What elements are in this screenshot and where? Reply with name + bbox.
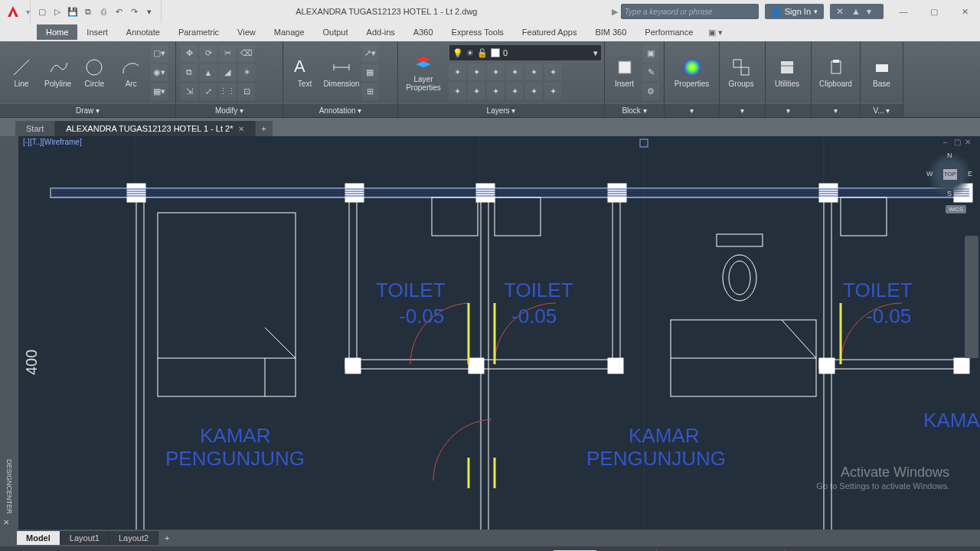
viewcube[interactable]: TOP N S E W bbox=[926, 152, 972, 197]
clipboard-button[interactable]: Clipboard bbox=[816, 57, 855, 88]
explode-icon[interactable]: ✶ bbox=[238, 64, 255, 81]
arc-button[interactable]: Arc bbox=[114, 57, 148, 88]
app-logo[interactable] bbox=[5, 3, 21, 20]
layout-new-button[interactable]: + bbox=[158, 533, 175, 543]
viewcube-s[interactable]: S bbox=[947, 190, 952, 197]
base-button[interactable]: Base bbox=[865, 57, 898, 88]
groups-button[interactable]: Groups bbox=[724, 57, 758, 88]
file-tab-active[interactable]: ALEXANDRA TUGAS12123 HOTEL 1 - Lt 2* ✕ bbox=[55, 121, 255, 136]
layer-tool-4[interactable]: ✦ bbox=[506, 64, 523, 80]
tab-express[interactable]: Express Tools bbox=[443, 24, 513, 40]
tab-a360[interactable]: A360 bbox=[404, 24, 443, 40]
layer-tool-8[interactable]: ✦ bbox=[468, 83, 485, 99]
tab-featured[interactable]: Featured Apps bbox=[513, 24, 586, 40]
minimize-button[interactable]: — bbox=[888, 0, 919, 23]
panel-draw-title[interactable]: Draw ▾ bbox=[0, 103, 175, 117]
qat-more-icon[interactable]: ▾ bbox=[142, 5, 156, 18]
layer-tool-7[interactable]: ✦ bbox=[449, 83, 466, 99]
panel-clipboard-title[interactable]: ▾ bbox=[812, 103, 860, 117]
layer-combo[interactable]: 💡 ☀ 🔓 0 ▾ bbox=[449, 44, 602, 61]
exchange-icon[interactable]: ✕ bbox=[836, 6, 847, 17]
insert-block-button[interactable]: Insert bbox=[609, 57, 639, 88]
tab-view[interactable]: View bbox=[228, 24, 265, 40]
designcenter-palette[interactable]: DESIGNCENTER ✕ bbox=[0, 136, 18, 530]
panel-annotation-title[interactable]: Annotation ▾ bbox=[283, 103, 397, 117]
layer-tool-11[interactable]: ✦ bbox=[525, 83, 542, 99]
ribbon-collapse-icon[interactable]: ▣ ▾ bbox=[708, 28, 723, 37]
fillet-icon[interactable]: ◢ bbox=[219, 64, 236, 81]
layer-tool-5[interactable]: ✦ bbox=[525, 64, 542, 80]
layer-tool-6[interactable]: ✦ bbox=[544, 64, 561, 80]
anno-misc-icon[interactable]: ⊞ bbox=[361, 83, 378, 100]
panel-layers-title[interactable]: Layers ▾ bbox=[398, 103, 604, 117]
qat-save-icon[interactable]: 💾 bbox=[66, 5, 80, 18]
signin-button[interactable]: 👤 Sign In ▾ bbox=[765, 4, 824, 19]
layer-tool-10[interactable]: ✦ bbox=[506, 83, 523, 99]
a360-icon[interactable]: ▲ bbox=[851, 6, 862, 17]
dimension-button[interactable]: Dimension bbox=[325, 57, 358, 88]
panel-base-title[interactable]: V... ▾ bbox=[861, 103, 903, 117]
array-icon[interactable]: ⋮⋮ bbox=[219, 83, 236, 100]
layer-properties-button[interactable]: Layer Properties bbox=[403, 52, 444, 92]
viewcube-w[interactable]: W bbox=[926, 170, 933, 178]
circle-button[interactable]: Circle bbox=[78, 57, 112, 88]
model-tab[interactable]: Model bbox=[17, 531, 60, 545]
drawing-canvas[interactable]: TOILET -0.05 TOILET -0.05 TOILET -0.05 K… bbox=[18, 136, 980, 530]
draw-misc-1[interactable]: ▢▾ bbox=[151, 45, 168, 62]
tab-manage[interactable]: Manage bbox=[265, 24, 314, 40]
file-tab-close-icon[interactable]: ✕ bbox=[238, 125, 244, 133]
layer-tool-1[interactable]: ✦ bbox=[449, 64, 466, 80]
erase-icon[interactable]: ⌫ bbox=[238, 45, 255, 62]
layer-tool-12[interactable]: ✦ bbox=[544, 83, 561, 99]
utilities-button[interactable]: Utilities bbox=[770, 57, 804, 88]
help-dropdown-icon[interactable]: ▾ bbox=[867, 6, 877, 17]
trim-icon[interactable]: ✂ bbox=[219, 45, 236, 62]
panel-block-title[interactable]: Block ▾ bbox=[605, 103, 664, 117]
drawing-viewport[interactable]: DESIGNCENTER ✕ [-][T..][Wireframe] – ▢ ✕ bbox=[0, 136, 980, 530]
polyline-button[interactable]: Polyline bbox=[41, 57, 75, 88]
layer-tool-3[interactable]: ✦ bbox=[487, 64, 504, 80]
mirror-icon[interactable]: ▲ bbox=[200, 64, 217, 81]
layout2-tab[interactable]: Layout2 bbox=[109, 531, 158, 545]
offset-icon[interactable]: ⊡ bbox=[238, 83, 255, 100]
viewcube-n[interactable]: N bbox=[947, 152, 952, 159]
palette-close-icon[interactable]: ✕ bbox=[3, 518, 9, 527]
navigation-bar[interactable] bbox=[965, 236, 978, 358]
rotate-icon[interactable]: ⟳ bbox=[200, 45, 217, 62]
panel-properties-title[interactable]: ▾ bbox=[665, 103, 719, 117]
qat-open-icon[interactable]: ▷ bbox=[51, 5, 64, 18]
maximize-button[interactable]: ▢ bbox=[919, 0, 949, 23]
wcs-badge[interactable]: WCS bbox=[946, 205, 966, 214]
panel-modify-title[interactable]: Modify ▾ bbox=[176, 103, 283, 117]
qat-undo-icon[interactable]: ↶ bbox=[112, 5, 126, 18]
file-tab-start[interactable]: Start bbox=[15, 121, 55, 136]
tab-performance[interactable]: Performance bbox=[635, 24, 702, 40]
tab-bim360[interactable]: BIM 360 bbox=[586, 24, 635, 40]
viewcube-e[interactable]: E bbox=[968, 170, 972, 178]
qat-redo-icon[interactable]: ↷ bbox=[127, 5, 141, 18]
tab-annotate[interactable]: Annotate bbox=[117, 24, 169, 40]
qat-print-icon[interactable]: ⎙ bbox=[96, 5, 110, 18]
layer-tool-2[interactable]: ✦ bbox=[468, 64, 485, 80]
move-icon[interactable]: ✥ bbox=[181, 45, 198, 62]
tab-output[interactable]: Output bbox=[314, 24, 358, 40]
search-input[interactable]: Type a keyword or phrase bbox=[621, 4, 759, 19]
tab-home[interactable]: Home bbox=[37, 24, 77, 40]
block-tool-3[interactable]: ⚙ bbox=[642, 83, 659, 100]
tab-parametric[interactable]: Parametric bbox=[169, 24, 228, 40]
stretch-icon[interactable]: ⇲ bbox=[181, 83, 198, 100]
properties-button[interactable]: Properties bbox=[669, 57, 714, 88]
scale-icon[interactable]: ⤢ bbox=[200, 83, 217, 100]
tab-addins[interactable]: Add-ins bbox=[358, 24, 404, 40]
table-icon[interactable]: ▦ bbox=[361, 64, 378, 81]
block-tool-2[interactable]: ✎ bbox=[642, 64, 659, 81]
close-button[interactable]: ✕ bbox=[949, 0, 980, 23]
qat-new-icon[interactable]: ▢ bbox=[35, 5, 49, 18]
panel-groups-title[interactable]: ▾ bbox=[720, 103, 765, 117]
layer-tool-9[interactable]: ✦ bbox=[487, 83, 504, 99]
copy-icon[interactable]: ⧉ bbox=[181, 64, 198, 81]
draw-misc-2[interactable]: ◉▾ bbox=[151, 64, 168, 81]
leader-icon[interactable]: ↗▾ bbox=[361, 45, 378, 62]
tab-insert[interactable]: Insert bbox=[77, 24, 117, 40]
viewcube-top[interactable]: TOP bbox=[943, 169, 957, 180]
